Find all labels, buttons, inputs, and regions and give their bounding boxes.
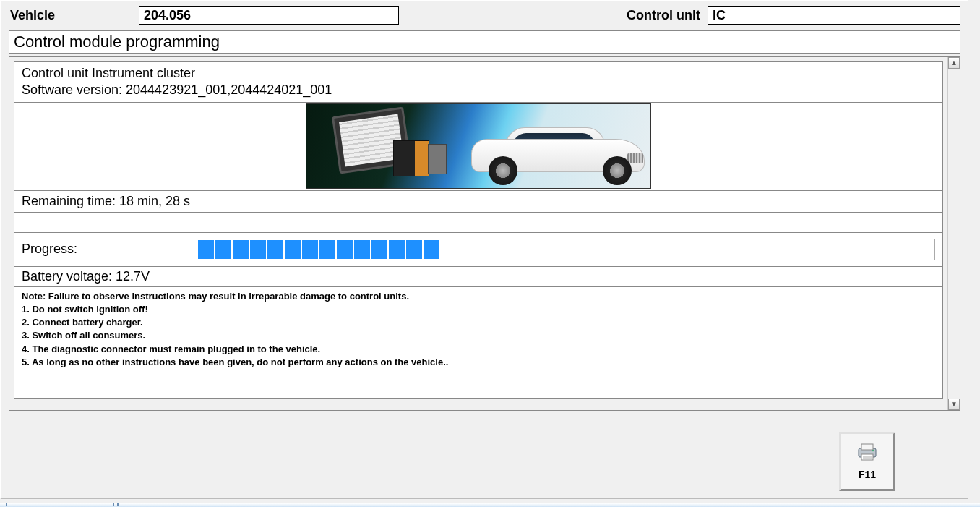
- progress-segment: [302, 240, 318, 259]
- control-unit-info: Control unit Instrument cluster Software…: [14, 61, 943, 103]
- header-row: Vehicle Control unit: [9, 4, 960, 30]
- control-unit-input[interactable]: [708, 6, 960, 25]
- vehicle-label: Vehicle: [9, 8, 139, 23]
- note-line: 3. Switch off all consumers.: [22, 329, 935, 342]
- progress-segment: [250, 240, 266, 259]
- note-header: Note: Failure to observe instructions ma…: [22, 290, 935, 303]
- progress-segment: [233, 240, 249, 259]
- progress-segment: [389, 240, 405, 259]
- note-line: 5. As long as no other instructions have…: [22, 356, 935, 369]
- scrollbar[interactable]: ▲ ▼: [947, 57, 960, 410]
- progress-bar: [197, 239, 935, 260]
- printer-icon: [856, 443, 879, 461]
- diagnostic-image: [306, 103, 651, 189]
- scroll-down-icon[interactable]: ▼: [948, 399, 960, 410]
- main-panel: Vehicle Control unit Control module prog…: [0, 0, 968, 499]
- progress-segment: [371, 240, 387, 259]
- svg-rect-1: [861, 444, 873, 450]
- scroll-up-icon[interactable]: ▲: [948, 57, 960, 69]
- unit-line-1: Control unit Instrument cluster: [22, 65, 935, 82]
- svg-rect-2: [861, 454, 873, 460]
- page-title: Control module programming: [9, 30, 960, 54]
- progress-segment: [285, 240, 301, 259]
- progress-segment: [319, 240, 335, 259]
- spacer-row: [14, 213, 943, 233]
- battery-voltage: Battery voltage: 12.7V: [14, 267, 943, 287]
- progress-segment: [424, 240, 439, 259]
- unit-line-2: Software version: 2044423921_001,2044424…: [22, 82, 935, 98]
- multiplexer-icon: [393, 140, 429, 176]
- progress-segment: [267, 240, 283, 259]
- vehicle-input[interactable]: [139, 6, 399, 25]
- f11-label: F11: [859, 469, 876, 480]
- f11-print-button[interactable]: F11: [839, 432, 895, 491]
- note-line: 1. Do not switch ignition off!: [22, 303, 935, 316]
- progress-segment: [406, 240, 422, 259]
- progress-segment: [354, 240, 370, 259]
- taskbar-edge: [0, 503, 980, 507]
- progress-segment: [337, 240, 353, 259]
- device-icon: [428, 144, 447, 174]
- note-line: 2. Connect battery charger.: [22, 316, 935, 329]
- progress-segment: [215, 240, 231, 259]
- control-unit-label: Control unit: [627, 8, 708, 23]
- remaining-time: Remaining time: 18 min, 28 s: [14, 191, 943, 213]
- progress-row: Progress:: [14, 233, 943, 267]
- content-area: Control unit Instrument cluster Software…: [9, 56, 960, 411]
- progress-segment: [198, 240, 214, 259]
- svg-point-5: [872, 450, 874, 451]
- footer-buttons: F11: [839, 432, 895, 491]
- note-line: 4. The diagnostic connector must remain …: [22, 343, 935, 356]
- car-icon: [471, 123, 645, 185]
- instructions-note: Note: Failure to observe instructions ma…: [14, 287, 943, 399]
- progress-label: Progress:: [22, 242, 197, 257]
- diagnostic-image-panel: [14, 103, 943, 191]
